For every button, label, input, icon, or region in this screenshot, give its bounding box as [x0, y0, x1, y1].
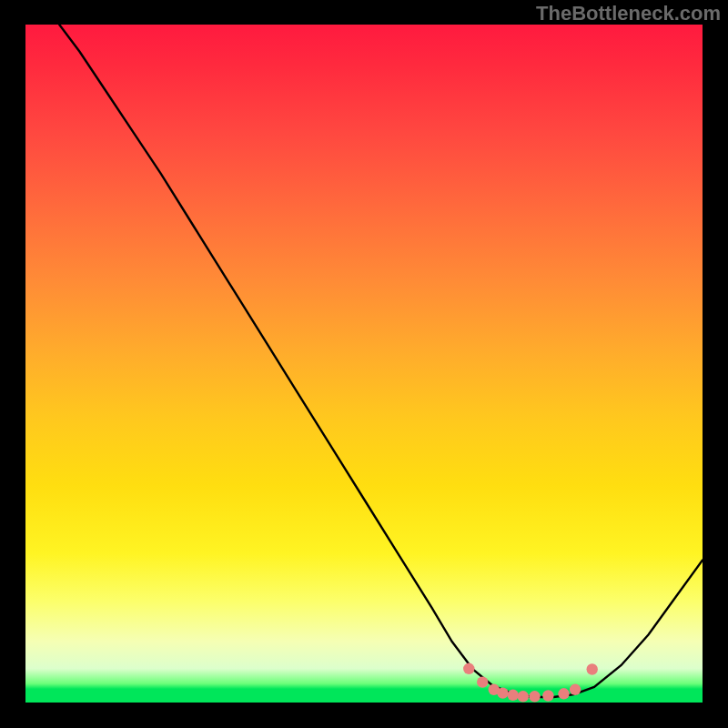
optimal-range-markers: [463, 663, 598, 703]
marker-dot: [570, 684, 581, 695]
marker-dot: [518, 691, 529, 702]
marker-dot: [508, 690, 519, 701]
marker-dot: [463, 663, 474, 674]
marker-dot: [587, 663, 598, 674]
marker-dot: [558, 688, 569, 699]
marker-dot: [477, 676, 488, 687]
marker-dot: [529, 691, 540, 702]
chart-overlay-svg: [25, 25, 703, 703]
bottleneck-curve: [59, 25, 703, 697]
watermark-text: TheBottleneck.com: [536, 2, 721, 25]
marker-dot: [542, 690, 553, 701]
marker-dot: [497, 687, 508, 698]
